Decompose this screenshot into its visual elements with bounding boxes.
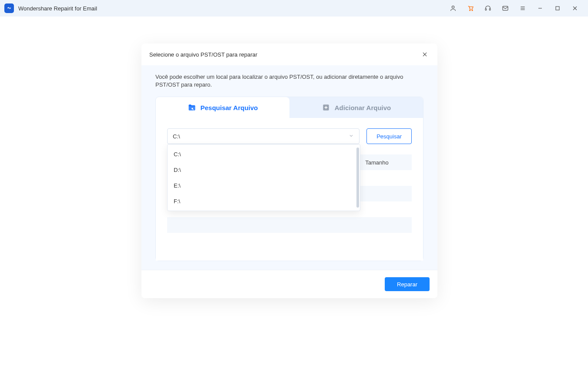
- repair-button[interactable]: Reparar: [385, 277, 430, 291]
- folder-search-icon: [188, 103, 196, 112]
- tab-add-label: Adicionar Arquivo: [335, 104, 391, 111]
- window-close-icon[interactable]: [566, 0, 584, 17]
- drive-dropdown-scroll[interactable]: C:\ D:\ E:\ F:\: [168, 146, 360, 209]
- plus-square-icon: [322, 103, 330, 112]
- modal-close-button[interactable]: [420, 50, 430, 59]
- drive-selected-value: C:\: [173, 133, 180, 140]
- select-file-modal: Selecione o arquivo PST/OST para reparar…: [141, 44, 437, 298]
- svg-rect-10: [556, 7, 559, 10]
- svg-point-2: [472, 10, 473, 11]
- cart-icon[interactable]: [462, 0, 479, 17]
- window-maximize-icon[interactable]: [549, 0, 566, 17]
- search-button[interactable]: Pesquisar: [366, 128, 412, 144]
- titlebar-left: Wondershare Repairit for Email: [4, 3, 97, 13]
- svg-rect-3: [485, 9, 487, 10]
- modal-footer: Reparar: [141, 270, 437, 298]
- account-icon[interactable]: [444, 0, 462, 17]
- modal-body: Você pode escolher um local para localiz…: [141, 65, 437, 270]
- svg-point-0: [452, 6, 454, 8]
- svg-point-1: [470, 10, 470, 11]
- modal-header: Selecione o arquivo PST/OST para reparar: [141, 44, 437, 65]
- drive-option[interactable]: F:\: [168, 193, 360, 209]
- modal-title: Selecione o arquivo PST/OST para reparar: [149, 51, 257, 58]
- picker-row: C:\ Pesquisar: [167, 128, 412, 144]
- app-logo-icon: [4, 3, 14, 13]
- window-minimize-icon[interactable]: [531, 0, 549, 17]
- table-row: [167, 217, 412, 233]
- svg-rect-4: [489, 9, 491, 10]
- tab-add-file[interactable]: Adicionar Arquivo: [289, 97, 423, 118]
- app-title: Wondershare Repairit for Email: [18, 5, 97, 12]
- drive-select[interactable]: C:\: [167, 128, 360, 144]
- scrollbar[interactable]: [356, 148, 359, 208]
- menu-icon[interactable]: [514, 0, 531, 17]
- drive-option[interactable]: C:\: [168, 146, 360, 162]
- table-row: [167, 233, 412, 248]
- drive-option[interactable]: E:\: [168, 178, 360, 193]
- drive-option[interactable]: D:\: [168, 162, 360, 178]
- svg-rect-19: [324, 107, 327, 108]
- drive-dropdown: C:\ D:\ E:\ F:\: [167, 144, 360, 211]
- titlebar: Wondershare Repairit for Email: [0, 0, 588, 17]
- chevron-down-icon: [349, 133, 354, 140]
- tab-search-label: Pesquisar Arquivo: [201, 104, 258, 111]
- tab-card: Pesquisar Arquivo Adicionar Arquivo C:\: [155, 97, 423, 261]
- modal-description: Você pode escolher um local para localiz…: [155, 73, 423, 89]
- svg-point-15: [192, 108, 193, 110]
- mail-icon[interactable]: [497, 0, 514, 17]
- support-icon[interactable]: [479, 0, 497, 17]
- tab-strip: Pesquisar Arquivo Adicionar Arquivo: [156, 97, 423, 118]
- tab-search-file[interactable]: Pesquisar Arquivo: [156, 97, 289, 118]
- titlebar-right: [444, 0, 584, 17]
